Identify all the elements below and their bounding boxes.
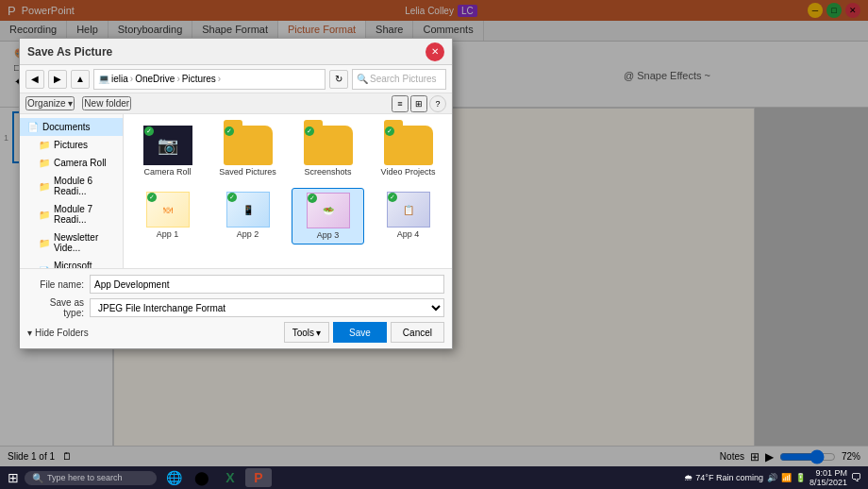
savetype-label: Save as type: [27,297,84,318]
app3-label: App 3 [317,230,340,240]
breadcrumb-icon: 💻 [98,74,109,84]
nav-up-button[interactable]: ▲ [71,70,90,89]
view-list-button[interactable]: ≡ [392,95,409,112]
dialog-close-button[interactable]: ✕ [426,42,444,61]
search-box[interactable]: 🔍 Type here to search [25,471,157,485]
date: 8/15/2021 [810,478,847,487]
taskbar-ppt[interactable]: P [245,468,272,487]
file-item-video-projects[interactable]: ✓ Video Projects [372,122,444,180]
taskbar-excel[interactable]: X [217,468,243,487]
savetype-select[interactable]: JPEG File Interchange Format PNG Portabl… [90,298,444,317]
save-button[interactable]: Save [333,322,387,343]
file-item-app3[interactable]: 🥗 ✓ App 3 [292,188,364,244]
breadcrumb-sep-2: › [176,74,179,84]
sidebar-item-module6[interactable]: 📁 Module 6 Readi... [20,172,123,200]
datetime[interactable]: 9:01 PM 8/15/2021 [810,468,847,487]
breadcrumb-sep-1: › [130,74,133,84]
excel-icon: X [225,470,234,485]
weather-text: 74°F Rain coming [695,473,763,482]
camera-roll-folder-label: Camera Roll [143,167,191,177]
sidebar-item-microsoft[interactable]: 📄 Microsoft PowerP... [20,257,123,268]
dialog-sidebar: 📄 Documents 📁 Pictures 📁 Camera Roll 📁 M… [20,114,124,268]
refresh-button[interactable]: ↻ [329,70,348,89]
notification-icon[interactable]: 🗨 [851,471,862,484]
screenshots-check: ✓ [305,126,314,136]
tools-dropdown-icon: ▾ [316,328,321,338]
camera-roll-label: Camera Roll [54,158,107,168]
hide-folders-label: Hide Folders [35,328,89,338]
search-placeholder-text: Type here to search [47,473,123,482]
organize-button[interactable]: Organize ▾ [25,96,75,110]
dialog-title-text: Save As Picture [27,45,112,59]
file-item-saved-pictures[interactable]: ✓ Saved Pictures [211,122,284,180]
save-as-dialog: Save As Picture ✕ ◀ ▶ ▲ 💻 ielia › OneDri… [19,38,453,349]
cancel-button[interactable]: Cancel [391,322,444,343]
search-icon: 🔍 [32,473,43,483]
pictures-label: Pictures [54,140,88,150]
app4-check: ✓ [388,193,397,202]
sidebar-item-pictures[interactable]: 📁 Pictures [20,136,123,154]
app2-label: App 2 [237,229,259,239]
edge-icon: 🌐 [166,470,182,485]
dialog-toolbar: ◀ ▶ ▲ 💻 ielia › OneDrive › Pictures › ↻ … [20,65,452,93]
breadcrumb-sep-3: › [218,74,221,84]
filename-field: File name: [27,275,444,294]
app1-label: App 1 [157,229,179,239]
saved-pictures-label: Saved Pictures [219,167,276,177]
module7-label: Module 7 Readi... [54,204,115,225]
sidebar-item-module7[interactable]: 📁 Module 7 Readi... [20,200,123,228]
dialog-actions: ▾ Hide Folders Tools ▾ Save Cancel [27,322,444,343]
new-folder-button[interactable]: New folder [82,96,131,110]
breadcrumb-ielia: ielia [111,74,128,84]
nav-back-button[interactable]: ◀ [25,70,44,89]
time: 9:01 PM [810,468,847,478]
app2-check: ✓ [227,193,237,202]
microsoft-label: Microsoft PowerP... [54,261,115,268]
camera-roll-check: ✓ [144,126,154,136]
savetype-field: Save as type: JPEG File Interchange Form… [27,297,444,318]
app1-check: ✓ [147,193,157,202]
view-options: ≡ ⊞ ? [392,95,446,112]
file-item-app4[interactable]: 📋 ✓ App 4 [372,188,444,244]
search-bar[interactable]: 🔍 Search Pictures [352,69,446,90]
dialog-titlebar: Save As Picture ✕ [20,39,452,65]
file-item-screenshots[interactable]: ✓ Screenshots [292,122,364,180]
documents-icon: 📄 [27,122,39,132]
organize-bar: Organize ▾ New folder ≡ ⊞ ? [20,93,452,114]
file-item-camera-roll[interactable]: 📷 ✓ Camera Roll [131,122,204,180]
hide-folders-toggle[interactable]: ▾ Hide Folders [27,328,89,338]
ppt-icon: P [254,470,262,485]
taskbar-chrome[interactable]: ⬤ [189,468,215,487]
dialog-main-area: 📷 ✓ Camera Roll ✓ Saved Pictures [124,114,452,268]
file-item-app1[interactable]: 🍽 ✓ App 1 [131,188,204,244]
documents-label: Documents [42,122,91,132]
module6-label: Module 6 Readi... [54,176,115,196]
nav-forward-button[interactable]: ▶ [48,70,67,89]
newsletter-icon: 📁 [39,238,50,248]
filename-label: File name: [27,279,84,290]
search-placeholder: Search Pictures [370,74,437,84]
video-projects-check: ✓ [385,126,394,136]
taskbar-edge[interactable]: 🌐 [160,468,187,487]
tools-button[interactable]: Tools ▾ [284,322,329,343]
dialog-bottom: File name: Save as type: JPEG File Inter… [20,268,452,348]
breadcrumb-bar[interactable]: 💻 ielia › OneDrive › Pictures › [93,69,326,90]
start-button[interactable]: ⊞ [6,468,21,487]
sidebar-item-documents[interactable]: 📄 Documents [20,118,123,136]
filename-input[interactable] [90,275,444,294]
view-grid-button[interactable]: ⊞ [410,95,427,112]
battery-icon: 🔋 [795,473,806,482]
help-button[interactable]: ? [429,95,446,112]
breadcrumb-pictures: Pictures [182,74,216,84]
network-icon: 📶 [781,473,792,482]
chrome-icon: ⬤ [194,470,209,485]
sidebar-item-camera-roll[interactable]: 📁 Camera Roll [20,154,123,172]
file-grid: 📷 ✓ Camera Roll ✓ Saved Pictures [131,122,444,244]
dialog-buttons: Tools ▾ Save Cancel [284,322,444,343]
hide-folders-chevron: ▾ [27,328,32,338]
screenshots-label: Screenshots [304,167,351,177]
sidebar-item-newsletter[interactable]: 📁 Newsletter Vide... [20,228,123,257]
file-item-app2[interactable]: 📱 ✓ App 2 [211,188,284,244]
camera-roll-icon: 📁 [39,158,50,168]
sound-icon: 🔊 [767,473,777,482]
